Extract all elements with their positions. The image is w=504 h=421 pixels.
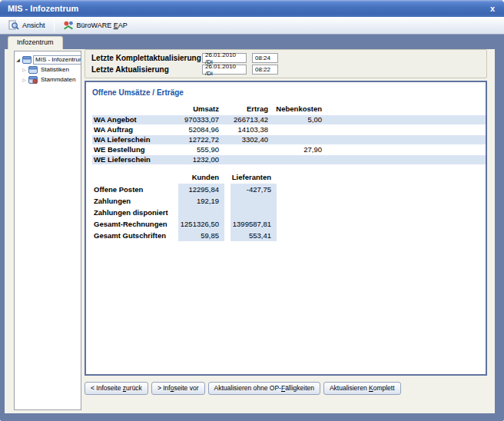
table-row: WA Angebot970333,07266713,425,00: [92, 115, 486, 124]
aktualisieren-komplett-button[interactable]: Aktualisieren Komplett: [323, 382, 401, 395]
table-row: Offene Posten12295,84-427,75: [92, 184, 486, 195]
column-header: Lieferanten: [230, 173, 277, 181]
row-label: Gesamt-Rechnungen: [92, 220, 178, 228]
cell-value: 970333,07: [178, 115, 221, 124]
expander-collapsed-icon[interactable]: ▷: [22, 77, 27, 82]
euroware-app-icon: [63, 20, 74, 31]
row-label: Gesamt Gutschriften: [92, 231, 178, 240]
tree-panel: ◢MIS - Infozentrum▷Statistiken▷Stammdate…: [14, 51, 81, 410]
tree-item-label: Stammdaten: [39, 76, 77, 84]
info-title: Offene Umsätze / Erträge: [92, 88, 486, 97]
window-title: MIS - Infozentrum: [8, 4, 78, 13]
time-field: 08:22: [252, 65, 278, 75]
tree-item-label: MIS - Infozentrum: [33, 55, 81, 65]
tree-item-statistiken[interactable]: ▷Statistiken: [15, 65, 80, 75]
table-row: WA Auftrag52084,9614103,38: [92, 125, 486, 134]
sales-table: UmsatzErtragNebenkostenWA Angebot970333,…: [92, 104, 486, 164]
cell-value: 1232,00: [178, 155, 221, 164]
aktualisieren-ohne-op-f-lligkeiten-button[interactable]: Aktualisieren ohne OP-Fälligkeiten: [208, 382, 320, 395]
b-roware-eap-button[interactable]: BüroWARE EAP: [58, 18, 133, 33]
table-header-row: UmsatzErtragNebenkosten: [92, 104, 486, 114]
ansicht-button[interactable]: Ansicht: [3, 18, 51, 33]
row-label: Zahlungen disponiert: [92, 208, 178, 217]
cell-value: 555,90: [178, 145, 221, 154]
table-row: WE Bestellung555,9027,90: [92, 145, 486, 154]
row-label: WE Lieferschein: [92, 155, 178, 164]
cell-value: [230, 207, 277, 218]
table-row: Zahlungen disponiert: [92, 207, 486, 218]
tree-item-stammdaten[interactable]: ▷Stammdaten: [15, 75, 80, 85]
expander-expanded-icon[interactable]: ◢: [15, 57, 21, 62]
column-header: Ertrag: [221, 104, 270, 114]
info-panel: Offene Umsätze / Erträge UmsatzErtragNeb…: [85, 81, 487, 376]
status-panel: Letzte Komplettaktualisierung26.01.2010 …: [85, 49, 487, 78]
folder-red-icon: [28, 76, 38, 84]
tree-item-label: Statistiken: [39, 66, 71, 74]
footer-buttons: < Infoseite zurück> Infoseite vorAktuali…: [85, 382, 401, 395]
cell-value: 5,00: [270, 115, 324, 124]
status-row: Letzte Aktualisierung26.01.2010 /Di08:22: [91, 64, 480, 75]
magnifier-document-icon: [8, 20, 19, 31]
cell-value: 1251326,50: [178, 218, 224, 230]
cell-value: 266713,42: [221, 115, 270, 124]
expander-collapsed-icon[interactable]: ▷: [22, 67, 27, 72]
tabstrip: Infozentrum: [5, 35, 495, 49]
cell-value: -427,75: [230, 184, 277, 195]
titlebar[interactable]: MIS - Infozentrum x: [0, 0, 504, 17]
table-row: WE Lieferschein1232,00: [92, 155, 486, 164]
cell-value: 12722,72: [178, 135, 221, 144]
toolbar: AnsichtBüroWARE EAP: [0, 17, 504, 35]
cell-value: 3302,40: [221, 135, 270, 144]
column-header: Nebenkosten: [270, 104, 324, 114]
row-label: Offene Posten: [92, 185, 178, 194]
cell-value: 59,85: [178, 230, 224, 241]
app-window: MIS - Infozentrum x AnsichtBüroWARE EAP …: [0, 0, 504, 421]
date-field: 26.01.2010 /Di: [202, 65, 247, 75]
cell-value: 1399587,81: [230, 218, 277, 230]
table-row: Zahlungen192,19: [92, 195, 486, 207]
status-row: Letzte Komplettaktualisierung26.01.2010 …: [91, 52, 480, 64]
toolbar-button-label: Ansicht: [22, 22, 45, 29]
row-label: WA Lieferschein: [92, 135, 178, 144]
column-header: Kunden: [178, 173, 224, 181]
window-frame: Infozentrum ◢MIS - Infozentrum▷Statistik…: [0, 35, 504, 421]
row-label: WA Auftrag: [92, 125, 178, 134]
content-area: ◢MIS - Infozentrum▷Statistiken▷Stammdate…: [5, 49, 495, 413]
cell-value: 27,90: [270, 145, 324, 154]
close-button[interactable]: x: [490, 5, 495, 13]
table-header-row: KundenLieferanten: [92, 172, 486, 182]
column-header: Umsatz: [178, 104, 221, 114]
date-field: 26.01.2010 /Di: [202, 53, 247, 63]
cell-value: 192,19: [178, 195, 224, 207]
cell-value: 52084,96: [178, 125, 221, 134]
toolbar-separator: [54, 19, 55, 31]
row-label: WA Angebot: [92, 115, 178, 124]
cell-value: 553,41: [230, 230, 277, 241]
infoseite-zur-ck-button[interactable]: < Infoseite zurück: [85, 382, 148, 395]
infoseite-vor-button[interactable]: > Infoseite vor: [151, 382, 205, 395]
table-row: Gesamt-Rechnungen1251326,501399587,81: [92, 218, 486, 230]
cell-value: [178, 207, 224, 218]
cell-value: [230, 195, 277, 207]
toolbar-button-label: BüroWARE EAP: [77, 22, 128, 29]
row-label: WE Bestellung: [92, 145, 178, 154]
row-label: Zahlungen: [92, 197, 178, 205]
status-label: Letzte Komplettaktualisierung: [91, 54, 202, 62]
cell-value: 14103,38: [221, 125, 270, 134]
accounts-table: KundenLieferantenOffene Posten12295,84-4…: [92, 172, 486, 241]
tree-item-mis-infozentrum[interactable]: ◢MIS - Infozentrum: [15, 55, 80, 65]
table-row: WA Lieferschein12722,723302,40: [92, 135, 486, 144]
cell-value: 12295,84: [178, 184, 224, 195]
time-field: 08:24: [252, 53, 278, 63]
status-label: Letzte Aktualisierung: [91, 65, 202, 74]
folder-icon: [28, 66, 38, 74]
table-row: Gesamt Gutschriften59,85553,41: [92, 230, 486, 241]
folder-icon: [22, 56, 32, 64]
tab-infozentrum[interactable]: Infozentrum: [8, 36, 63, 49]
